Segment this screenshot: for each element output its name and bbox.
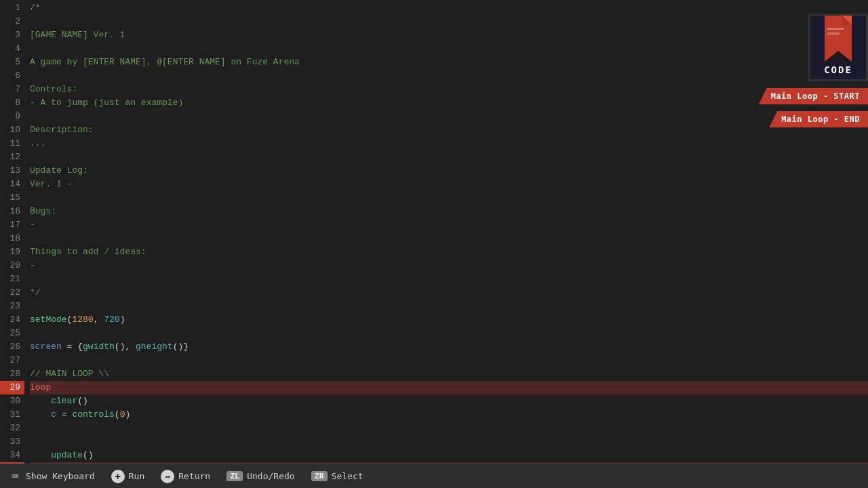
code-line-23 (30, 300, 868, 313)
code-line-25 (30, 327, 868, 340)
code-line-19: Things to add / ideas: (30, 245, 868, 259)
line-num-10: 10 (0, 123, 20, 137)
code-line-14: Ver. 1 - (30, 178, 868, 191)
return-item[interactable]: − Return (161, 470, 210, 483)
line-num-32: 32 (0, 422, 20, 435)
line-num-5: 5 (0, 56, 20, 69)
line-num-4: 4 (0, 42, 20, 56)
code-line-20: - (30, 259, 868, 272)
code-line-2 (30, 15, 868, 28)
line-num-23: 23 (0, 300, 20, 313)
code-line-13: Update Log: (30, 164, 868, 178)
line-num-31: 31 (0, 408, 20, 422)
line-num-21: 21 (0, 272, 20, 286)
code-line-26: screen = {gwidth(), gheight()} (30, 340, 868, 354)
line-num-16: 16 (0, 205, 20, 218)
line-num-13: 13 (0, 164, 20, 178)
line-num-19: 19 (0, 245, 20, 259)
editor-area: 1234567891011121314151617181920212223242… (0, 0, 868, 464)
line-num-33: 33 (0, 435, 20, 449)
line-num-12: 12 (0, 150, 20, 164)
code-line-33 (30, 435, 868, 449)
line-num-26: 26 (0, 340, 20, 354)
select-label: Select (332, 471, 363, 481)
code-line-30: clear() (30, 394, 868, 408)
minus-icon: − (161, 470, 174, 483)
code-line-17: - (30, 218, 868, 232)
line-num-7: 7 (0, 83, 20, 96)
code-line-29: loop (30, 381, 868, 394)
line-num-14: 14 (0, 178, 20, 191)
line-num-17: 17 (0, 218, 20, 232)
line-num-9: 9 (0, 110, 20, 123)
code-line-28: // MAIN LOOP \\ (30, 367, 868, 381)
keyboard-icon: ⌨ (8, 470, 22, 483)
line-num-2: 2 (0, 15, 20, 28)
code-line-31: c = controls(0) (30, 408, 868, 422)
code-line-22: */ (30, 286, 868, 300)
undo-redo-item[interactable]: ZL Undo/Redo (226, 471, 294, 481)
line-num-30: 30 (0, 394, 20, 408)
code-line-3: [GAME NAME] Ver. 1 (30, 28, 868, 42)
code-line-27 (30, 354, 868, 367)
code-line-32 (30, 422, 868, 435)
line-num-20: 20 (0, 259, 20, 272)
code-content[interactable]: /* [GAME NAME] Ver. 1 A game by [ENTER N… (24, 0, 868, 464)
run-item[interactable]: + Run (111, 470, 144, 483)
line-num-28: 28 (0, 367, 20, 381)
code-line-4 (30, 42, 868, 56)
code-line-11: ... (30, 137, 868, 150)
line-num-3: 3 (0, 28, 20, 42)
show-keyboard-label: Show Keyboard (26, 471, 95, 481)
zl-badge: ZL (226, 471, 243, 481)
line-num-18: 18 (0, 232, 20, 245)
code-line-5: A game by [ENTER NAME], @[ENTER NAME] on… (30, 56, 868, 69)
line-num-1: 1 (0, 1, 20, 15)
line-num-8: 8 (0, 96, 20, 110)
line-num-25: 25 (0, 327, 20, 340)
line-numbers: 1234567891011121314151617181920212223242… (0, 0, 24, 464)
code-line-21 (30, 272, 868, 286)
code-line-18 (30, 232, 868, 245)
toolbar: ⌨ Show Keyboard + Run − Return ZL Undo/R… (0, 464, 868, 488)
code-line-10: Description: (30, 123, 868, 137)
run-label: Run (129, 471, 144, 481)
show-keyboard-item[interactable]: ⌨ Show Keyboard (8, 470, 95, 483)
code-line-16: Bugs: (30, 205, 868, 218)
code-line-15 (30, 191, 868, 205)
code-line-8: - A to jump (just an example) (30, 96, 868, 110)
line-num-24: 24 (0, 313, 20, 327)
code-line-6 (30, 69, 868, 83)
return-label: Return (178, 471, 210, 481)
undo-redo-label: Undo/Redo (247, 471, 294, 481)
code-line-1: /* (30, 1, 868, 15)
line-num-6: 6 (0, 69, 20, 83)
code-line-24: setMode(1280, 720) (30, 313, 868, 327)
line-num-27: 27 (0, 354, 20, 367)
line-num-34: 34 (0, 449, 20, 462)
line-num-29: 29 (0, 381, 24, 394)
code-line-12 (30, 150, 868, 164)
plus-icon: + (111, 470, 125, 483)
zr-badge: ZR (311, 471, 328, 481)
code-line-7: Controls: (30, 83, 868, 96)
code-line-34: update() (30, 449, 868, 462)
line-num-11: 11 (0, 137, 20, 150)
select-item[interactable]: ZR Select (311, 471, 363, 481)
code-line-9 (30, 110, 868, 123)
line-num-22: 22 (0, 286, 20, 300)
line-num-15: 15 (0, 191, 20, 205)
